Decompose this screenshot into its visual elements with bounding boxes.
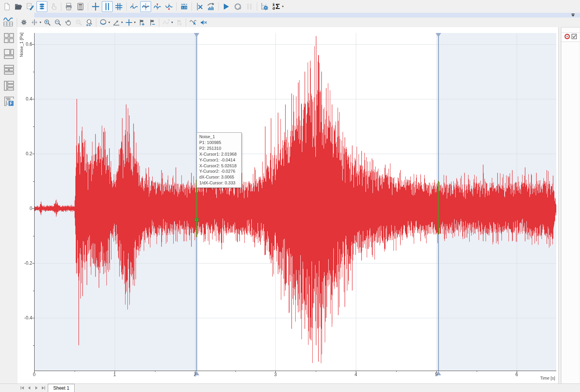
toolbar-separator (159, 18, 159, 27)
send-to-analysis-icon (207, 2, 215, 11)
x-tick-label: 2 (194, 372, 197, 377)
statistics-button[interactable]: x̄σΣ (271, 1, 282, 12)
replay-button[interactable] (232, 1, 243, 12)
svg-text:1.23: 1.23 (181, 6, 187, 9)
print-icon (64, 2, 73, 11)
dropdown-caret-icon[interactable]: ▾ (171, 21, 173, 24)
pick-curve-button[interactable] (188, 17, 198, 27)
diagram-properties-button[interactable] (19, 17, 29, 27)
first-sheet-icon (19, 385, 25, 391)
toolbar-overflow-arrow[interactable] (571, 14, 575, 17)
sidebar-item-layout-left-right-bottom[interactable] (3, 48, 15, 60)
cursor-info-line: P2: 251310 (199, 146, 239, 151)
lasso-select-button[interactable] (98, 17, 108, 27)
zoom-in-button[interactable] (42, 17, 52, 27)
diagram-settings-button[interactable] (259, 1, 270, 12)
toolbar-separator (88, 2, 88, 11)
dropdown-caret-icon[interactable]: ▾ (108, 21, 110, 24)
dropdown-caret-icon[interactable]: ▾ (121, 21, 123, 24)
cursor-info-line: X-Cursor2: 5.02618 (199, 163, 239, 169)
crosshair-button[interactable] (124, 17, 134, 27)
touch-mode-button (48, 1, 59, 12)
x-tick-label: 1 (113, 372, 116, 377)
toolbar-separator (192, 2, 192, 11)
pick-curve-icon (189, 19, 197, 26)
stats-sigma-small-label: σ (272, 7, 275, 10)
grid-cursor-icon (115, 2, 123, 11)
display-mode-button[interactable] (2, 16, 15, 28)
pan-button[interactable] (63, 17, 73, 27)
new-document-icon (3, 2, 11, 11)
dropdown-caret-icon[interactable]: ▾ (40, 21, 41, 24)
grid-cursor-button[interactable] (113, 1, 124, 12)
zoom-horizontal-icon (85, 19, 93, 26)
curve-cursor-icon (130, 2, 138, 11)
curve-cross-cursor-button[interactable] (140, 1, 151, 12)
send-to-analysis-button[interactable] (206, 1, 216, 12)
cursor-values-button[interactable]: 1.23 (179, 1, 190, 12)
record-ring-icon (564, 33, 570, 40)
axis-scaling-group: ▾ (111, 17, 124, 27)
app-window: 1.23x̄σΣ▾ ▾▾▾▾▾ F Noise_1 [Pa] 0.60.40.2… (0, 0, 580, 392)
x-cursor-1[interactable] (195, 33, 198, 371)
single-cursor-button[interactable] (90, 1, 101, 12)
last-sheet-button[interactable] (40, 385, 47, 392)
mute-button[interactable] (199, 17, 208, 27)
cursor-info-line: Y-Cursor1: -0.0414 (199, 157, 239, 163)
save-document-icon (26, 2, 35, 11)
marker-pick-button (174, 17, 184, 27)
sheet-tab[interactable]: Sheet 1 (48, 384, 75, 392)
layout-quad-icon (3, 32, 15, 44)
dropdown-caret-icon[interactable]: ▾ (282, 5, 284, 8)
zoom-horizontal-button[interactable] (84, 17, 94, 27)
layout-report-icon: F (3, 96, 15, 108)
previous-sheet-button[interactable] (26, 385, 33, 392)
toolbar-separator (176, 2, 177, 11)
zoom-out-button[interactable] (53, 17, 63, 27)
delete-cursor-button[interactable] (194, 1, 205, 12)
x-cursor-2[interactable] (437, 33, 440, 371)
axis-scaling-button[interactable] (111, 17, 121, 27)
sidebar-item-layout-header-columns[interactable] (3, 64, 15, 76)
crosshair-group: ▾ (124, 17, 136, 27)
curve-cursor-button[interactable] (129, 1, 139, 12)
dropdown-caret-icon[interactable]: ▾ (134, 21, 136, 24)
y-tick-label: -0.4 (17, 315, 32, 321)
sidebar-item-layout-report[interactable]: F (3, 95, 15, 108)
next-sheet-button[interactable] (33, 385, 40, 392)
add-marker-button[interactable] (137, 17, 146, 27)
curve-color-indicator-icon[interactable] (564, 33, 570, 41)
lasso-select-icon (99, 19, 107, 26)
cursor-options-button[interactable] (30, 17, 39, 27)
statistics-group: x̄σΣ▾ (270, 1, 284, 12)
data-pool-button[interactable] (37, 1, 47, 12)
double-cursor-icon (103, 2, 111, 11)
sidebar-item-layout-left-rows[interactable] (3, 80, 15, 92)
save-document-button[interactable] (25, 1, 36, 12)
new-document-button[interactable] (2, 1, 12, 12)
open-document-button[interactable] (13, 1, 24, 12)
y-tick-label: 0.2 (17, 151, 32, 156)
print-button[interactable] (63, 1, 74, 12)
add-marker-icon (138, 19, 146, 26)
sidebar-item-layout-quad[interactable] (3, 32, 15, 44)
x-axis-title: Time [s] (540, 376, 555, 380)
pause-button (244, 1, 255, 12)
toolbar-row-strip (34, 13, 580, 17)
marker-pick-icon (175, 19, 183, 26)
waveform-canvas[interactable] (17, 27, 558, 383)
first-sheet-button[interactable] (19, 385, 26, 392)
play-button[interactable] (221, 1, 232, 12)
curve-visibility-checkbox[interactable] (571, 34, 577, 41)
legend-panel (561, 27, 580, 383)
calculator-button[interactable] (75, 1, 86, 12)
peak-min-cursor-button[interactable] (164, 1, 174, 12)
zoom-previous-icon (75, 19, 83, 26)
peak-max-cursor-button[interactable] (152, 1, 163, 12)
x-tick-label: 0 (33, 372, 36, 377)
cursor-info-line: dX-Cursor: 3.0065 (199, 174, 239, 180)
double-cursor-button[interactable] (102, 1, 113, 12)
zoom-previous-button (74, 17, 84, 27)
peak-min-cursor-icon (165, 2, 173, 11)
remove-marker-button[interactable] (147, 17, 157, 27)
